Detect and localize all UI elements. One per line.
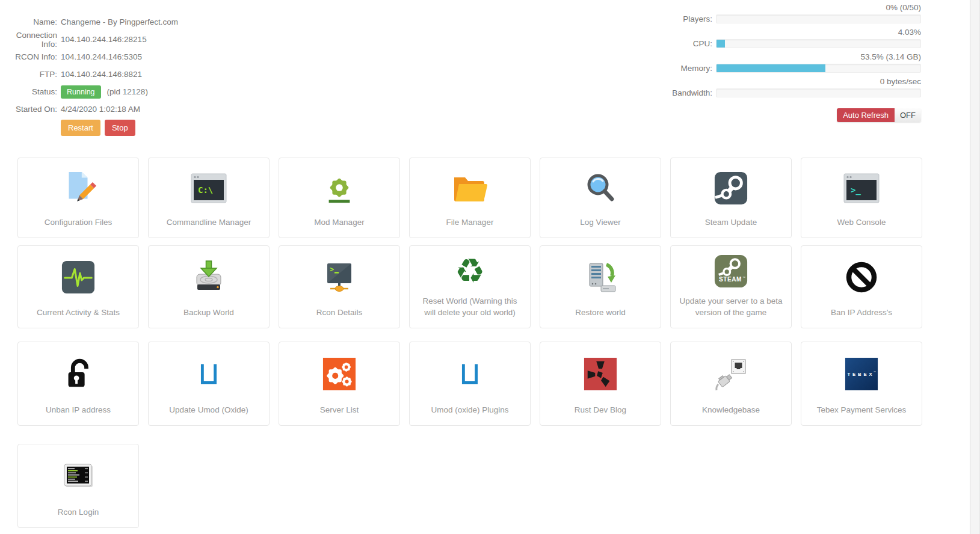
- tile-update-umod[interactable]: Update Umod (Oxide): [148, 342, 270, 426]
- tebex-logo-icon: TEBEX ™: [844, 357, 879, 391]
- connection-label: Connection Info:: [0, 31, 57, 49]
- tile-label: Ban IP Address's: [831, 307, 892, 319]
- tile-rcon-details[interactable]: > Rcon Details: [279, 245, 400, 328]
- tile-file-manager[interactable]: File Manager: [409, 158, 531, 238]
- info-row-connection: Connection Info: 104.140.244.146:28215: [0, 31, 178, 48]
- tile-label: Rcon Login: [58, 506, 99, 518]
- info-row-name: Name: Changeme - By Pingperfect.com: [0, 13, 178, 31]
- unlock-icon: [61, 357, 96, 391]
- tile-label: Configuration Files: [45, 216, 112, 229]
- terminal-window-icon: C:\: [191, 173, 227, 203]
- pulse-icon: [61, 260, 96, 295]
- restart-button[interactable]: Restart: [61, 120, 100, 136]
- tile-steam-update[interactable]: Steam Update: [670, 158, 792, 238]
- tile-mod-manager[interactable]: Mod Manager: [279, 158, 400, 238]
- players-meter: 0% (0/50) Players:: [656, 2, 921, 23]
- tile-label: Web Console: [837, 216, 886, 229]
- tile-label: Rcon Details: [316, 307, 363, 319]
- status-pid: (pid 12128): [107, 87, 148, 96]
- players-progressbar: [716, 14, 921, 23]
- tile-unban-ip[interactable]: Unban IP address: [17, 342, 139, 426]
- name-label: Name:: [0, 17, 57, 26]
- tile-label: Knowledgebase: [702, 404, 760, 416]
- players-value: 0% (0/50): [656, 2, 921, 13]
- auto-refresh-button[interactable]: Auto Refresh: [837, 108, 895, 122]
- tile-rust-dev-blog[interactable]: Rust Dev Blog: [540, 342, 661, 426]
- svg-text:™: ™: [874, 371, 876, 373]
- tile-label: Backup World: [183, 307, 234, 319]
- tile-commandline-manager[interactable]: C:\ Commandline Manager: [148, 158, 270, 238]
- info-row-started: Started On: 4/24/2020 1:02:18 AM: [0, 100, 178, 118]
- tile-tebex[interactable]: TEBEX ™ Tebex Payment Services: [801, 342, 922, 426]
- ban-icon: [843, 259, 880, 295]
- shortcut-grid: Configuration Files C:\ Commandline Mana…: [17, 158, 922, 528]
- gears-orange-icon: [322, 357, 357, 391]
- tile-label: Reset World (Warning this will delete yo…: [417, 295, 523, 319]
- tile-reset-world[interactable]: ♻ Reset World (Warning this will delete …: [409, 245, 531, 328]
- umod-icon: [191, 357, 226, 391]
- ethernet-plug-icon: [713, 357, 749, 391]
- tile-label: Umod (oxide) Plugins: [431, 404, 508, 416]
- tile-restore-world[interactable]: Restore world: [540, 245, 661, 328]
- tile-current-activity-stats[interactable]: Current Activity & Stats: [17, 245, 139, 328]
- tile-log-viewer[interactable]: Log Viewer: [540, 158, 661, 238]
- tile-configuration-files[interactable]: Configuration Files: [17, 158, 139, 238]
- tile-label: Current Activity & Stats: [37, 307, 120, 319]
- info-row-status: Status: Running (pid 12128): [0, 83, 178, 100]
- tile-label: Mod Manager: [314, 216, 364, 229]
- tile-knowledgebase[interactable]: Knowledgebase: [670, 342, 792, 426]
- tile-rcon-login[interactable]: Rcon Login: [17, 444, 139, 528]
- green-gear-icon: [322, 170, 357, 206]
- bandwidth-meter: 0 bytes/sec Bandwidth:: [656, 76, 921, 97]
- ftp-label: FTP:: [0, 70, 57, 79]
- bandwidth-value: 0 bytes/sec: [656, 76, 921, 87]
- tile-backup-world[interactable]: Backup World: [148, 245, 270, 328]
- tile-label: File Manager: [446, 216, 494, 229]
- tile-steam-beta-update[interactable]: STEAM ™ Update your server to a beta ver…: [670, 245, 792, 328]
- tile-server-list[interactable]: Server List: [279, 342, 400, 426]
- tile-web-console[interactable]: >_ Web Console: [801, 158, 922, 238]
- umod-icon: [452, 357, 487, 391]
- memory-progressbar: [716, 64, 921, 73]
- recycle-icon: ♻: [455, 254, 485, 288]
- memory-meter: 53.5% (3.14 GB) Memory:: [656, 52, 921, 73]
- started-value: 4/24/2020 1:02:18 AM: [61, 105, 140, 114]
- tile-label: Server List: [320, 404, 359, 416]
- tile-label: Restore world: [575, 307, 625, 319]
- tile-label: Rust Dev Blog: [575, 404, 626, 416]
- steam-beta-icon: STEAM ™: [713, 254, 748, 289]
- svg-text:>_: >_: [851, 185, 861, 195]
- cpu-value: 4.03%: [656, 27, 921, 37]
- tile-ban-ip[interactable]: Ban IP Address's: [801, 245, 922, 328]
- rust-logo-icon: [583, 357, 618, 391]
- rcon-label: RCON Info:: [0, 52, 57, 61]
- ftp-value: 104.140.244.146:8821: [61, 70, 142, 79]
- info-row-rcon: RCON Info: 104.140.244.146:5305: [0, 48, 178, 66]
- tile-label: Update your server to a beta version of …: [678, 295, 784, 319]
- stats-panel: 0% (0/50) Players: 4.03% CPU: 53.5% (3.1…: [656, 2, 921, 122]
- stop-button[interactable]: Stop: [105, 120, 135, 136]
- status-label: Status:: [0, 87, 57, 96]
- connection-value: 104.140.244.146:28215: [61, 35, 147, 44]
- folder-icon: [451, 172, 489, 204]
- auto-refresh-toggle[interactable]: Auto Refresh OFF: [837, 108, 921, 122]
- harddrive-download-icon: [191, 259, 227, 295]
- tile-label: Steam Update: [705, 216, 757, 229]
- started-label: Started On:: [0, 105, 57, 114]
- tile-label: Update Umod (Oxide): [169, 404, 248, 416]
- svg-text:TEBEX: TEBEX: [847, 372, 874, 377]
- tile-label: Tebex Payment Services: [817, 404, 907, 416]
- status-badge: Running: [61, 85, 101, 99]
- svg-text:STEAM: STEAM: [719, 277, 742, 283]
- vertical-scrollbar[interactable]: [970, 0, 980, 534]
- auto-refresh-state: OFF: [895, 108, 921, 122]
- server-restore-icon: [582, 260, 618, 295]
- svg-text:™: ™: [742, 276, 745, 279]
- magnifier-icon: [582, 170, 618, 206]
- steam-logo-icon: [713, 171, 748, 206]
- name-value: Changeme - By Pingperfect.com: [61, 17, 178, 26]
- console-screen-icon: [60, 459, 96, 493]
- tile-umod-plugins[interactable]: Umod (oxide) Plugins: [409, 342, 531, 426]
- svg-text:C:\: C:\: [198, 185, 213, 195]
- cpu-progressbar: [716, 39, 921, 48]
